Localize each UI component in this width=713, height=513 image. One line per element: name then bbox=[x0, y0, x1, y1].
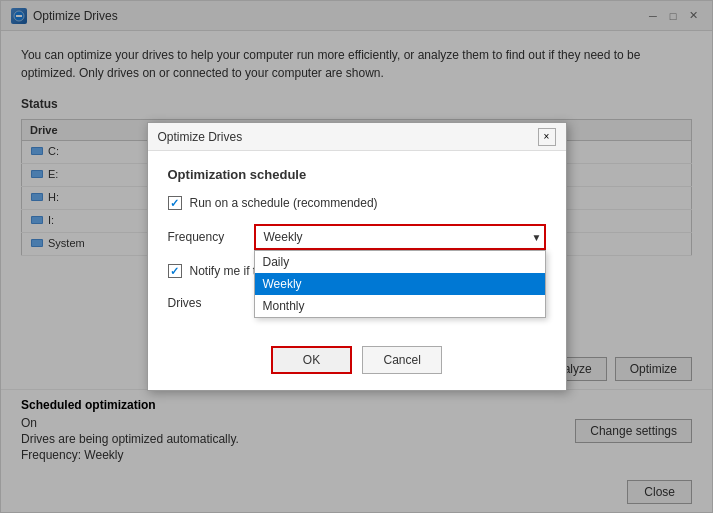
modal-section-title: Optimization schedule bbox=[168, 167, 546, 182]
frequency-select[interactable]: Weekly bbox=[254, 224, 546, 250]
modal-dialog: Optimize Drives × Optimization schedule … bbox=[147, 122, 567, 391]
ok-button[interactable]: OK bbox=[271, 346, 352, 374]
run-schedule-checkbox[interactable] bbox=[168, 196, 182, 210]
dropdown-item-daily[interactable]: Daily bbox=[255, 251, 545, 273]
dropdown-item-weekly[interactable]: Weekly bbox=[255, 273, 545, 295]
drives-label: Drives bbox=[168, 296, 238, 310]
modal-footer: OK Cancel bbox=[148, 338, 566, 390]
modal-overlay: Optimize Drives × Optimization schedule … bbox=[1, 1, 712, 512]
dropdown-item-monthly[interactable]: Monthly bbox=[255, 295, 545, 317]
run-schedule-row: Run on a schedule (recommended) bbox=[168, 196, 546, 210]
frequency-dropdown-container: Weekly ▼ Daily Weekly Monthly bbox=[254, 224, 546, 250]
main-window: Optimize Drives ─ □ ✕ You can optimize y… bbox=[0, 0, 713, 513]
run-schedule-label: Run on a schedule (recommended) bbox=[190, 196, 378, 210]
frequency-label: Frequency bbox=[168, 230, 238, 244]
modal-close-button[interactable]: × bbox=[538, 128, 556, 146]
modal-title: Optimize Drives bbox=[158, 130, 243, 144]
notify-checkbox[interactable] bbox=[168, 264, 182, 278]
frequency-row: Frequency Weekly ▼ Daily Weekly Monthly bbox=[168, 224, 546, 250]
frequency-selected-value: Weekly bbox=[264, 230, 303, 244]
dropdown-list: Daily Weekly Monthly bbox=[254, 250, 546, 318]
cancel-button[interactable]: Cancel bbox=[362, 346, 442, 374]
modal-body: Optimization schedule Run on a schedule … bbox=[148, 151, 566, 338]
modal-title-bar: Optimize Drives × bbox=[148, 123, 566, 151]
